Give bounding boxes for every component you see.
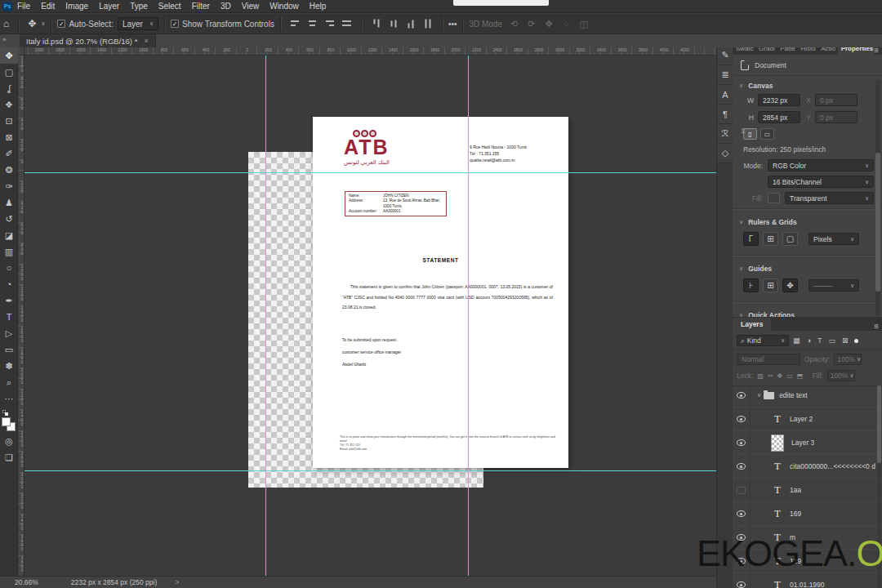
character-panel-icon[interactable]: A xyxy=(717,85,733,105)
align-top-icon[interactable] xyxy=(372,20,380,29)
menu-item-type[interactable]: Type xyxy=(130,2,148,11)
auto-select-checkbox[interactable]: ✓ xyxy=(57,20,65,28)
align-bottom-icon[interactable] xyxy=(406,20,414,29)
lock-all-icon[interactable]: ⬒ xyxy=(797,372,804,380)
brush-tool-icon[interactable]: ✑ xyxy=(0,178,18,194)
tool-presets-icon[interactable]: ≣ xyxy=(717,65,733,85)
menu-item-edit[interactable]: Edit xyxy=(41,2,55,11)
close-icon[interactable]: × xyxy=(144,37,148,45)
glyphs-panel-icon[interactable]: ℛ xyxy=(717,124,733,144)
visibility-cell[interactable] xyxy=(733,502,751,526)
layer-row[interactable]: Layer 3 xyxy=(733,431,882,455)
dodge-tool-icon[interactable]: ◔ xyxy=(0,276,18,292)
history-brush-tool-icon[interactable]: ↺ xyxy=(0,211,18,227)
brush-settings-icon[interactable]: ✎ xyxy=(717,46,733,65)
filter-kind-dropdown[interactable]: ⌕ Kind ∨ xyxy=(737,335,789,346)
type-tool-icon[interactable]: T xyxy=(0,309,18,325)
menu-item-filter[interactable]: Filter xyxy=(192,2,210,11)
marquee-tool-icon[interactable]: ▢ xyxy=(0,64,18,80)
guide-vertical-1[interactable] xyxy=(265,56,266,576)
eye-icon[interactable] xyxy=(737,510,746,517)
eye-icon[interactable] xyxy=(737,581,746,588)
lock-artboard-icon[interactable]: ▭ xyxy=(786,372,793,380)
layer-row[interactable]: Tcita0000000...<<<<<<<<0 d xyxy=(733,455,882,479)
eraser-tool-icon[interactable]: ◪ xyxy=(0,227,18,243)
edit-toolbar-icon[interactable]: ⋯ xyxy=(0,390,18,407)
canvas-section-header[interactable]: ∨ Canvas xyxy=(733,76,882,94)
fill-dropdown[interactable]: Transparent ∨ xyxy=(785,192,874,204)
frame-tool-icon[interactable]: ⊠ xyxy=(0,129,18,145)
toggle-grid-button[interactable]: ⊞ xyxy=(763,232,778,246)
guide-horizontal-2[interactable] xyxy=(24,470,716,471)
panel-menu-icon[interactable]: ≡ xyxy=(874,322,882,331)
bit-depth-dropdown[interactable]: 16 Bits/Channel ∨ xyxy=(768,176,874,188)
rulers-grids-section-header[interactable]: ∨ Rulers & Grids xyxy=(733,212,882,230)
more-options-button[interactable]: ••• xyxy=(448,20,457,29)
gradient-tool-icon[interactable]: ▥ xyxy=(0,243,18,260)
photoshop-logo-icon[interactable]: Ps xyxy=(2,2,12,11)
toggle-snap-button[interactable]: ▢ xyxy=(782,232,798,246)
menu-item-view[interactable]: View xyxy=(242,2,260,11)
quick-mask-button[interactable]: ◎ xyxy=(0,433,18,449)
move-tool-icon[interactable]: ✥ xyxy=(0,47,18,64)
eye-icon[interactable] xyxy=(737,463,746,470)
healing-brush-tool-icon[interactable]: ❂ xyxy=(0,162,18,178)
width-field[interactable]: 2232 px xyxy=(758,94,800,106)
swap-colors-icon[interactable] xyxy=(5,412,8,416)
menu-item-image[interactable]: Image xyxy=(65,2,88,11)
blur-tool-icon[interactable]: ○ xyxy=(0,260,18,276)
eye-icon[interactable] xyxy=(737,416,746,422)
visibility-cell[interactable] xyxy=(733,573,751,588)
menu-item-3d[interactable]: 3D xyxy=(220,2,231,11)
guides-section-header[interactable]: ∨ Guides xyxy=(733,259,882,277)
crop-tool-icon[interactable]: ⊡ xyxy=(0,113,18,129)
height-field[interactable]: 2854 px xyxy=(758,111,800,123)
filter-adjustment-layers-icon[interactable]: ◑ xyxy=(806,336,812,345)
menu-item-window[interactable]: Window xyxy=(270,2,299,11)
filter-type-layers-icon[interactable]: T xyxy=(817,336,823,345)
layer-row[interactable]: T1aa xyxy=(733,479,882,502)
distribute-horizontal-icon[interactable] xyxy=(342,20,351,28)
zoom-tool-icon[interactable]: ⌕ xyxy=(0,374,18,390)
lock-guides-button[interactable]: ⊞ xyxy=(763,278,778,292)
orientation-landscape-button[interactable]: ▭ xyxy=(760,128,774,140)
link-dimensions-icon[interactable]: ⧖ xyxy=(741,127,746,136)
align-middle-icon[interactable] xyxy=(389,20,397,29)
move-tool-icon[interactable]: ✥ xyxy=(24,18,39,29)
menu-item-help[interactable]: Help xyxy=(310,2,327,11)
menu-item-layer[interactable]: Layer xyxy=(99,2,119,11)
eye-icon[interactable] xyxy=(737,439,746,446)
foreground-color-swatch[interactable] xyxy=(2,417,11,426)
tab-expander-icon[interactable]: » xyxy=(2,36,6,43)
filter-pixel-layers-icon[interactable]: ▦ xyxy=(792,336,801,345)
menu-item-select[interactable]: Select xyxy=(158,2,181,11)
toggle-rulers-button[interactable]: Γ xyxy=(743,232,759,246)
lock-position-icon[interactable]: ✥ xyxy=(777,372,783,380)
eyedropper-tool-icon[interactable]: ✐ xyxy=(0,145,18,162)
filter-smart-objects-icon[interactable]: ⊠ xyxy=(841,336,849,345)
chevron-down-icon[interactable]: ∨ xyxy=(757,392,761,399)
guide-style-dropdown[interactable]: ——— ∨ xyxy=(808,279,859,292)
layer-row[interactable]: TLayer 2 xyxy=(733,408,882,431)
visibility-off-box[interactable] xyxy=(737,487,746,494)
lock-paint-icon[interactable]: ✑ xyxy=(768,372,773,380)
rectangle-tool-icon[interactable]: ▭ xyxy=(0,341,18,358)
clone-stamp-tool-icon[interactable]: ♟ xyxy=(0,194,18,211)
document-tab[interactable]: Italy id.psd @ 20.7% (RGB/16) * × xyxy=(20,34,156,47)
auto-select-target-dropdown[interactable]: Layer ∨ xyxy=(118,17,158,30)
distribute-vertical-icon[interactable] xyxy=(423,20,431,29)
status-chevron-icon[interactable]: > xyxy=(175,578,179,586)
lock-transparency-icon[interactable]: ▨ xyxy=(757,372,764,380)
hand-tool-icon[interactable]: ✽ xyxy=(0,358,18,374)
visibility-cell[interactable] xyxy=(733,479,751,502)
align-right-icon[interactable] xyxy=(325,20,334,28)
filter-shape-layers-icon[interactable]: ▭ xyxy=(827,336,836,345)
visibility-cell[interactable] xyxy=(733,455,751,479)
layer-row[interactable]: ∨edite text xyxy=(733,384,882,408)
visibility-cell[interactable] xyxy=(733,408,751,431)
zoom-level-field[interactable]: 20.66% xyxy=(15,578,38,586)
units-dropdown[interactable]: Pixels ∨ xyxy=(808,233,859,245)
align-center-icon[interactable] xyxy=(308,20,317,28)
eye-icon[interactable] xyxy=(737,392,746,399)
properties-scrollbar[interactable] xyxy=(875,79,880,316)
